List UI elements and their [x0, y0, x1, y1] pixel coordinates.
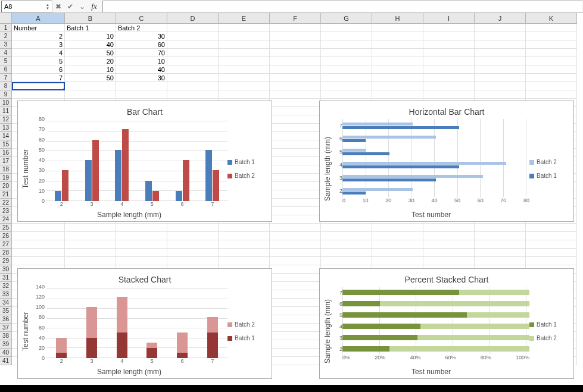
column-header-E[interactable]: E	[219, 13, 270, 24]
cell-E3[interactable]	[219, 40, 270, 49]
name-box-stepper-icon[interactable]: ▲▼	[46, 3, 49, 10]
cell-J7[interactable]	[475, 74, 526, 82]
row-header-23[interactable]: 23	[0, 207, 12, 215]
cell-J2[interactable]	[475, 32, 526, 40]
cell-A25[interactable]	[12, 224, 65, 232]
row-header-9[interactable]: 9	[0, 90, 12, 99]
cell-J8[interactable]	[475, 82, 526, 90]
cell-F15[interactable]	[270, 140, 321, 149]
accept-icon[interactable]: ✔	[64, 1, 76, 12]
cell-A5[interactable]: 5	[12, 57, 65, 65]
cell-J27[interactable]	[475, 240, 526, 249]
cell-J9[interactable]	[475, 90, 526, 99]
cell-J29[interactable]	[475, 257, 526, 265]
row-header-12[interactable]: 12	[0, 115, 12, 124]
cell-G1[interactable]	[321, 24, 372, 32]
cell-I26[interactable]	[423, 232, 475, 240]
cell-H6[interactable]	[372, 65, 423, 74]
cell-B4[interactable]: 50	[65, 49, 116, 57]
row-header-38[interactable]: 38	[0, 332, 12, 340]
cell-F24[interactable]	[270, 215, 321, 224]
cell-A3[interactable]: 3	[12, 40, 65, 49]
cell-F37[interactable]	[270, 324, 321, 332]
cell-G2[interactable]	[321, 32, 372, 40]
cell-F11[interactable]	[270, 107, 321, 115]
formula-dropdown-icon[interactable]: ⌄	[76, 1, 88, 12]
row-header-18[interactable]: 18	[0, 165, 12, 174]
cell-H25[interactable]	[372, 224, 423, 232]
column-header-B[interactable]: B	[65, 13, 116, 24]
row-header-39[interactable]: 39	[0, 340, 12, 349]
cell-K25[interactable]	[526, 224, 577, 232]
cell-K27[interactable]	[526, 240, 577, 249]
cell-D7[interactable]	[167, 74, 219, 82]
cell-A4[interactable]: 4	[12, 49, 65, 57]
cell-A9[interactable]	[12, 90, 65, 99]
row-header-6[interactable]: 6	[0, 65, 12, 74]
cell-F40[interactable]	[270, 349, 321, 357]
cell-I1[interactable]	[423, 24, 475, 32]
column-header-C[interactable]: C	[116, 13, 167, 24]
row-header-33[interactable]: 33	[0, 290, 12, 299]
cell-F38[interactable]	[270, 332, 321, 340]
cell-G29[interactable]	[321, 257, 372, 265]
cell-F26[interactable]	[270, 232, 321, 240]
cell-K8[interactable]	[526, 82, 577, 90]
cell-B8[interactable]	[65, 82, 116, 90]
cell-F21[interactable]	[270, 190, 321, 199]
row-header-17[interactable]: 17	[0, 157, 12, 165]
cell-E26[interactable]	[219, 232, 270, 240]
row-header-34[interactable]: 34	[0, 299, 12, 307]
cell-E9[interactable]	[219, 90, 270, 99]
row-header-24[interactable]: 24	[0, 215, 12, 224]
column-header-I[interactable]: I	[423, 13, 475, 24]
cell-C2[interactable]: 30	[116, 32, 167, 40]
cell-K6[interactable]	[526, 65, 577, 74]
cell-A8[interactable]	[12, 82, 65, 90]
cell-I2[interactable]	[423, 32, 475, 40]
cell-I6[interactable]	[423, 65, 475, 74]
cell-J26[interactable]	[475, 232, 526, 240]
cell-B9[interactable]	[65, 90, 116, 99]
cell-D2[interactable]	[167, 32, 219, 40]
cell-D28[interactable]	[167, 249, 219, 257]
cell-H7[interactable]	[372, 74, 423, 82]
cell-G7[interactable]	[321, 74, 372, 82]
cell-H4[interactable]	[372, 49, 423, 57]
column-header-K[interactable]: K	[526, 13, 577, 24]
cell-C7[interactable]: 30	[116, 74, 167, 82]
cell-E28[interactable]	[219, 249, 270, 257]
cell-B25[interactable]	[65, 224, 116, 232]
cell-F7[interactable]	[270, 74, 321, 82]
row-header-7[interactable]: 7	[0, 74, 12, 82]
cell-G5[interactable]	[321, 57, 372, 65]
cell-I27[interactable]	[423, 240, 475, 249]
cell-H26[interactable]	[372, 232, 423, 240]
cell-E7[interactable]	[219, 74, 270, 82]
cell-F22[interactable]	[270, 199, 321, 207]
cancel-icon[interactable]: ✖	[52, 1, 64, 12]
cell-B3[interactable]: 40	[65, 40, 116, 49]
cell-K28[interactable]	[526, 249, 577, 257]
cell-G25[interactable]	[321, 224, 372, 232]
cell-F41[interactable]	[270, 357, 321, 365]
cell-F30[interactable]	[270, 265, 321, 274]
cell-F9[interactable]	[270, 90, 321, 99]
cell-F5[interactable]	[270, 57, 321, 65]
column-header-D[interactable]: D	[167, 13, 219, 24]
cell-A7[interactable]: 7	[12, 74, 65, 82]
cell-B2[interactable]: 10	[65, 32, 116, 40]
cell-C8[interactable]	[116, 82, 167, 90]
cell-C3[interactable]: 60	[116, 40, 167, 49]
cell-F33[interactable]	[270, 290, 321, 299]
select-all-corner[interactable]	[0, 13, 12, 24]
cell-E27[interactable]	[219, 240, 270, 249]
cell-E2[interactable]	[219, 32, 270, 40]
cell-F10[interactable]	[270, 99, 321, 107]
cell-B26[interactable]	[65, 232, 116, 240]
row-headers[interactable]: 1234567891011121314151617181920212223242…	[0, 24, 12, 365]
cell-D27[interactable]	[167, 240, 219, 249]
row-header-16[interactable]: 16	[0, 149, 12, 157]
row-header-8[interactable]: 8	[0, 82, 12, 90]
cell-I5[interactable]	[423, 57, 475, 65]
